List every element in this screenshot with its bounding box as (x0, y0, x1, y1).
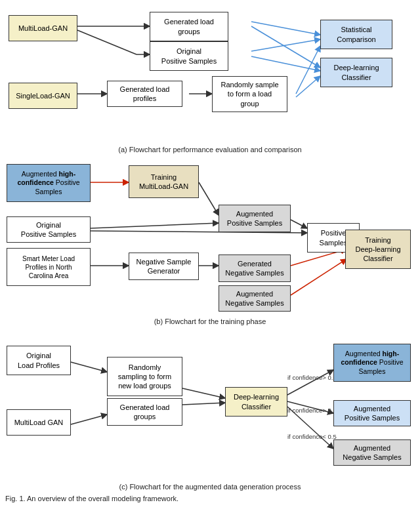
section-c-caption: (c) Flowchart for the augmented data gen… (5, 483, 415, 491)
generated-negative-box: Generated Negative Samples (219, 254, 291, 282)
svg-line-3 (77, 30, 136, 54)
section-a-diagram: MultiLoad-GAN Generated load groups Orig… (5, 5, 412, 143)
svg-line-16 (91, 223, 219, 228)
singleload-gan-box: SingleLoad-GAN (9, 83, 77, 109)
svg-line-10 (251, 26, 320, 68)
svg-line-25 (71, 415, 107, 424)
svg-line-15 (199, 182, 219, 215)
original-positive-samples-box: Original Positive Samples (150, 41, 228, 71)
section-a: MultiLoad-GAN Generated load groups Orig… (5, 5, 415, 153)
svg-line-7 (296, 46, 320, 94)
svg-line-22 (291, 259, 346, 295)
generated-load-groups-box: Generated load groups (150, 12, 228, 41)
section-b-caption: (b) Flowchart for the training phase (5, 317, 415, 325)
conf-high-label: if confidence> 0.9 (287, 374, 337, 381)
randomly-sampling-box: Randomly sampling to form new load group… (107, 357, 182, 396)
section-c-diagram: Original Load Profiles MultiLoad GAN Ran… (5, 329, 412, 480)
statistical-comparison-box: Statistical Comparison (320, 20, 392, 49)
augmented-high-conf-c-box: Augmented high-confidence Positive Sampl… (333, 344, 411, 382)
multiload-gan-c-box: MultiLoad GAN (7, 409, 71, 436)
augmented-negative-c-box: Augmented Negative Samples (333, 439, 411, 466)
section-a-caption: (a) Flowchart for performance evaluation… (5, 146, 415, 153)
svg-line-9 (251, 22, 320, 35)
training-multiload-box: Training MultiLoad-GAN (129, 165, 199, 198)
original-positive-b-box: Original Positive Samples (7, 216, 91, 243)
svg-line-11 (251, 39, 320, 51)
multiload-gan-box: MultiLoad-GAN (9, 15, 77, 41)
augmented-positive-c-box: Augmented Positive Samples (333, 400, 411, 426)
generated-load-profiles-box: Generated load profiles (107, 81, 182, 107)
svg-line-12 (251, 56, 320, 71)
section-c: Original Load Profiles MultiLoad GAN Ran… (5, 329, 415, 491)
smart-meter-box: Smart Meter Load Profiles in North Carol… (7, 248, 91, 286)
section-b-diagram: Augmented high-confidence Positive Sampl… (5, 157, 412, 315)
svg-line-27 (182, 403, 225, 405)
svg-line-8 (296, 76, 320, 97)
negative-sample-gen-box: Negative Sample Generator (129, 253, 199, 280)
original-load-profiles-c-box: Original Load Profiles (7, 346, 71, 375)
svg-line-24 (71, 362, 107, 372)
augmented-negative-b-box: Augmented Negative Samples (219, 285, 291, 312)
section-b: Augmented high-confidence Positive Sampl… (5, 157, 415, 325)
generated-load-groups-c-box: Generated load groups (107, 398, 182, 426)
conf-mid-label: if confidence> 0.5 (287, 407, 337, 414)
deep-learning-classifier-a-box: Deep-learning Classifier (320, 58, 392, 87)
augmented-positive-b-box: Augmented Positive Samples (219, 205, 291, 232)
svg-line-17 (291, 220, 307, 228)
augmented-high-conf-b-box: Augmented high-confidence Positive Sampl… (7, 164, 91, 202)
fig-caption: Fig. 1. An overview of the overall model… (5, 495, 415, 502)
training-deep-learning-box: Training Deep-learning Classifier (345, 230, 411, 269)
svg-line-26 (182, 388, 225, 398)
conf-low-label: if confidence< 0.5 (287, 433, 337, 440)
deep-learning-c-box: Deep-learning Classifier (225, 387, 287, 417)
randomly-sample-box: Randomly sample to form a load group (212, 76, 287, 112)
